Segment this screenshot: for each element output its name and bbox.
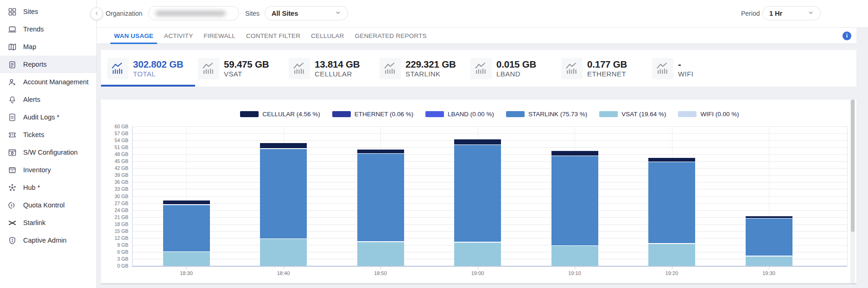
hub-icon <box>7 182 17 193</box>
y-axis-tick-label: 12 GB <box>104 235 128 241</box>
x-axis-line <box>132 266 847 267</box>
usage-card-value: 229.321 GB <box>405 59 456 70</box>
y-axis-tick-label: 18 GB <box>104 221 128 227</box>
sidebar-item-sites[interactable]: Sites <box>0 3 96 20</box>
sidebar-item-tickets[interactable]: Tickets <box>0 126 96 144</box>
bar-segment-starlink-19-00 <box>454 145 501 242</box>
chevron-left-icon <box>94 10 100 18</box>
period-label: Period <box>741 10 760 17</box>
usage-card-cellular[interactable]: 13.814 GBCELLULAR <box>289 50 380 87</box>
mini-chart-icon <box>289 58 310 79</box>
sidebar-item-account-management[interactable]: Account Management <box>0 73 96 91</box>
usage-card-label: CELLULAR <box>315 70 360 78</box>
usage-card-starlink[interactable]: 229.321 GBSTARLINK <box>380 50 470 87</box>
laptop-icon <box>7 24 17 34</box>
bar-segment-cellular-18-30 <box>163 200 210 205</box>
period-select[interactable]: 1 Hr <box>762 6 821 20</box>
bar-segment-starlink-18-50 <box>357 154 404 241</box>
tab-generated-reports[interactable]: GENERATED REPORTS <box>351 28 431 44</box>
y-axis-tick-label: 57 GB <box>104 131 128 136</box>
usage-card-value: 59.475 GB <box>224 59 269 70</box>
box-icon <box>7 165 17 175</box>
tab-list: WAN USAGEACTIVITYFIREWALLCONTENT FILTERC… <box>110 28 434 44</box>
period-selected-value: 1 Hr <box>769 10 782 17</box>
x-axis-tick-label: 19:30 <box>749 270 788 276</box>
info-icon[interactable]: i <box>843 31 851 40</box>
account-icon <box>7 77 17 87</box>
usage-card-total[interactable]: 302.802 GBTOTAL <box>107 50 198 87</box>
sidebar-item-label: Quota Kontrol <box>23 201 64 209</box>
sidebar-item-trends[interactable]: Trends <box>0 20 96 38</box>
mini-chart-icon <box>107 58 128 79</box>
usage-card-wifi[interactable]: -WIFI <box>652 50 743 87</box>
usage-card-value: 0.177 GB <box>587 59 627 70</box>
starlink-x-icon <box>7 218 17 228</box>
sidebar-item-reports[interactable]: Reports <box>0 56 96 73</box>
chart-scrollbar-thumb[interactable] <box>851 100 855 232</box>
y-axis-tick-label: 30 GB <box>104 194 128 199</box>
collapse-sidebar-button[interactable] <box>90 7 103 20</box>
mini-chart-icon <box>380 58 401 79</box>
y-axis-tick-label: 36 GB <box>104 179 128 185</box>
organization-select[interactable] <box>148 6 239 20</box>
tab-content-filter[interactable]: CONTENT FILTER <box>242 28 304 44</box>
sidebar-item-label: Captive Admin <box>23 237 67 244</box>
usage-card-value: 13.814 GB <box>315 59 360 70</box>
sidebar-item-label: S/W Configuration <box>23 149 78 156</box>
y-axis-tick-label: 39 GB <box>104 172 128 178</box>
bar-segment-cellular-19-20 <box>648 158 695 162</box>
usage-card-ethernet[interactable]: 0.177 GBETHERNET <box>561 50 652 87</box>
x-axis-tick-label: 19:10 <box>555 270 594 276</box>
organization-value-redacted <box>155 11 226 16</box>
tab-cellular[interactable]: CELLULAR <box>307 28 348 44</box>
mini-chart-icon <box>652 58 673 79</box>
y-axis-tick-label: 6 GB <box>104 249 128 255</box>
sites-label: Sites <box>245 10 260 17</box>
sidebar-item-s-w-configuration[interactable]: S/W Configuration <box>0 144 96 161</box>
sidebar-item-label: Audit Logs * <box>23 113 59 121</box>
sidebar-item-alerts[interactable]: Alerts <box>0 91 96 108</box>
sidebar-item-label: Alerts <box>23 96 40 103</box>
report-tabs: WAN USAGEACTIVITYFIREWALLCONTENT FILTERC… <box>97 28 856 44</box>
wan-usage-dashboard: { "sidebar": { "items": [ {"label": "Sit… <box>0 0 868 288</box>
sites-select[interactable]: All Sites <box>265 6 348 20</box>
usage-card-lband[interactable]: 0.015 GBLBAND <box>470 50 561 87</box>
y-axis-tick-label: 54 GB <box>104 138 128 143</box>
y-axis-tick-label: 27 GB <box>104 200 128 206</box>
x-axis-tick <box>186 267 187 269</box>
sidebar-item-map[interactable]: Map <box>0 38 96 56</box>
wan-usage-chart-card: CELLULAR (4.56 %)ETHERNET (0.06 %)LBAND … <box>101 100 856 284</box>
sidebar-item-label: Inventory <box>23 166 51 174</box>
x-axis-tick-label: 18:50 <box>361 270 400 276</box>
sidebar: SitesTrendsMapReportsAccount ManagementA… <box>0 0 97 288</box>
y-axis-tick-label: 9 GB <box>104 242 128 248</box>
bar-segment-starlink-18-40 <box>260 149 307 238</box>
x-axis-tick <box>380 267 381 269</box>
sidebar-item-label: Account Management <box>23 78 89 86</box>
stacked-bar-chart: 0 GB3 GB6 GB9 GB12 GB15 GB18 GB21 GB24 G… <box>101 100 856 283</box>
tab-firewall[interactable]: FIREWALL <box>200 28 239 44</box>
bar-segment-vsat-19-00 <box>454 243 501 266</box>
y-axis-tick-label: 45 GB <box>104 158 128 164</box>
bar-segment-starlink-19-10 <box>551 156 598 245</box>
mini-chart-icon <box>470 58 492 79</box>
tab-wan-usage[interactable]: WAN USAGE <box>110 28 157 44</box>
sidebar-item-hub[interactable]: Hub * <box>0 179 96 196</box>
mini-chart-icon <box>561 58 583 79</box>
y-axis-tick-label: 33 GB <box>104 186 128 192</box>
chart-scrollbar[interactable] <box>850 100 855 283</box>
sidebar-item-captive-admin[interactable]: Captive Admin <box>0 232 96 249</box>
usage-card-vsat[interactable]: 59.475 GBVSAT <box>198 50 289 87</box>
sidebar-item-quota-kontrol[interactable]: Quota Kontrol <box>0 196 96 214</box>
bar-segment-starlink-18-30 <box>163 205 210 251</box>
bar-segment-vsat-18-30 <box>163 252 210 266</box>
y-axis-tick-label: 48 GB <box>104 151 128 157</box>
plot-right-border <box>847 126 848 266</box>
sidebar-item-starlink[interactable]: Starlink <box>0 214 96 232</box>
bar-segment-cellular-19-00 <box>454 139 501 144</box>
sidebar-item-audit-logs[interactable]: Audit Logs * <box>0 108 96 126</box>
sidebar-item-label: Starlink <box>23 219 45 226</box>
bar-segment-vsat-19-30 <box>746 257 792 266</box>
sidebar-item-inventory[interactable]: Inventory <box>0 161 96 179</box>
tab-activity[interactable]: ACTIVITY <box>160 28 196 44</box>
